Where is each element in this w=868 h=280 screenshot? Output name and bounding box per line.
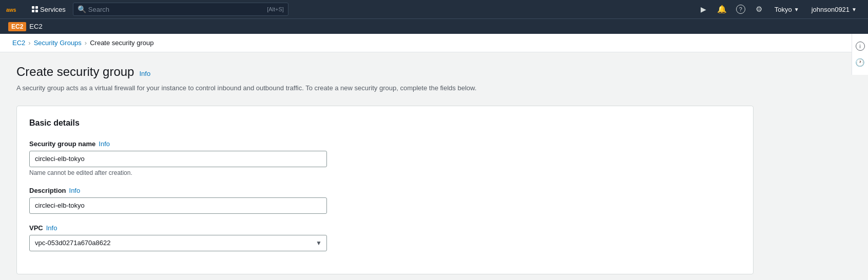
breadcrumb-current-page: Create security group <box>90 39 153 47</box>
security-group-name-field: Security group name Info Name cannot be … <box>29 140 741 176</box>
description-info-link[interactable]: Info <box>69 187 81 194</box>
region-chevron-icon: ▼ <box>794 7 799 12</box>
search-input[interactable] <box>88 6 263 13</box>
breadcrumb: EC2 › Security Groups › Create security … <box>0 34 868 52</box>
region-label: Tokyo <box>775 6 792 13</box>
search-icon: 🔍 <box>78 5 86 13</box>
top-navigation: aws Services 🔍 [Alt+S] ▶ 🔔 ? ⚙ Tokyo ▼ <box>0 0 868 18</box>
user-chevron-icon: ▼ <box>852 7 857 12</box>
terminal-icon-button[interactable]: ▶ <box>696 0 712 18</box>
help-button[interactable]: ? <box>732 0 749 18</box>
username-label: johnson0921 <box>812 6 850 13</box>
description-field: Description Info <box>29 187 741 214</box>
info-sidebar-button[interactable]: i <box>852 38 869 54</box>
clock-icon: 🕐 <box>855 58 865 67</box>
security-group-name-input[interactable] <box>29 151 327 167</box>
page-header: Create security group Info <box>16 65 754 79</box>
security-group-name-info-link[interactable]: Info <box>99 140 110 148</box>
main-content: Create security group Info A security gr… <box>0 52 770 280</box>
breadcrumb-ec2-link[interactable]: EC2 <box>12 39 25 47</box>
vpc-label: VPC Info <box>29 224 741 232</box>
security-group-name-label: Security group name Info <box>29 140 741 148</box>
services-button[interactable]: Services <box>27 0 71 18</box>
services-label: Services <box>40 6 66 13</box>
notifications-button[interactable]: 🔔 <box>714 0 730 18</box>
page-info-link[interactable]: Info <box>139 70 150 77</box>
settings-button[interactable]: ⚙ <box>751 0 767 18</box>
breadcrumb-sep-2: › <box>85 39 87 47</box>
basic-details-card: Basic details Security group name Info N… <box>16 106 754 274</box>
right-sidebar: i 🕐 <box>852 34 868 75</box>
service-identifier: EC2 EC2 <box>8 22 43 31</box>
circle-info-icon: i <box>856 42 865 51</box>
nav-right-controls: ▶ 🔔 ? ⚙ Tokyo ▼ johnson0921 ▼ <box>696 0 862 18</box>
terminal-icon: ▶ <box>701 5 706 13</box>
vpc-select-wrapper: vpc-053d0271a670a8622 ▼ <box>29 235 327 251</box>
user-menu-button[interactable]: johnson0921 ▼ <box>806 0 862 18</box>
description-label: Description Info <box>29 187 741 194</box>
history-sidebar-button[interactable]: 🕐 <box>852 54 869 71</box>
vpc-info-link[interactable]: Info <box>46 224 57 232</box>
vpc-select[interactable]: vpc-053d0271a670a8622 <box>29 235 327 251</box>
svg-text:aws: aws <box>6 7 16 13</box>
gear-icon: ⚙ <box>756 5 762 14</box>
ec2-badge: EC2 <box>8 22 26 31</box>
breadcrumb-security-groups-link[interactable]: Security Groups <box>34 39 82 47</box>
vpc-field: VPC Info vpc-053d0271a670a8622 ▼ <box>29 224 741 251</box>
page-title: Create security group <box>16 65 134 79</box>
aws-logo[interactable]: aws <box>6 4 23 14</box>
sub-navigation: EC2 EC2 <box>0 18 868 34</box>
page-description: A security group acts as a virtual firew… <box>16 83 754 93</box>
security-group-name-hint: Name cannot be edited after creation. <box>29 169 741 176</box>
bell-icon: 🔔 <box>717 5 727 14</box>
region-button[interactable]: Tokyo ▼ <box>769 0 804 18</box>
search-bar[interactable]: 🔍 [Alt+S] <box>73 3 288 16</box>
question-icon: ? <box>736 5 745 14</box>
service-name-label: EC2 <box>29 23 42 30</box>
breadcrumb-sep-1: › <box>28 39 30 47</box>
search-shortcut: [Alt+S] <box>267 6 284 12</box>
description-input[interactable] <box>29 197 327 214</box>
card-title: Basic details <box>29 118 741 128</box>
